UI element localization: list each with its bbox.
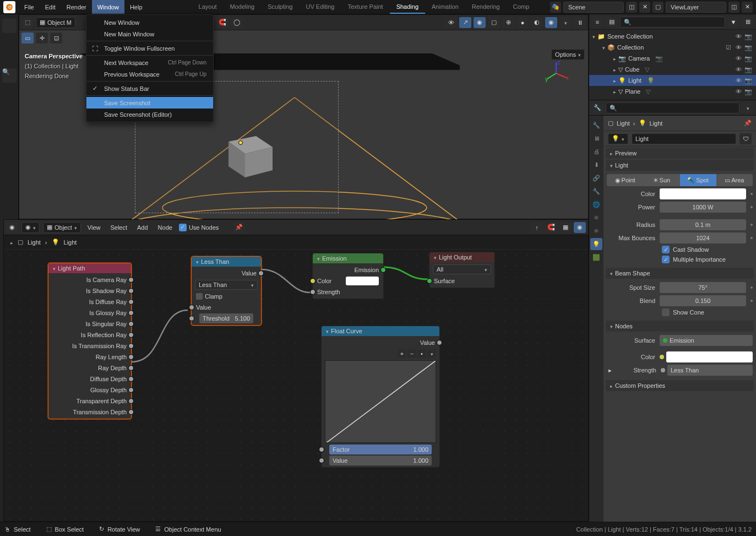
menu-item-toggle-window-fullscreen[interactable]: ⛶Toggle Window Fullscreen xyxy=(86,42,213,54)
workspace-tab-modeling[interactable]: Modeling xyxy=(224,0,262,14)
outliner-type-icon[interactable]: ≡ xyxy=(591,17,603,28)
timeline-editor-icon[interactable] xyxy=(2,19,17,33)
viewlayer-delete-icon[interactable]: ✕ xyxy=(742,2,753,13)
curve-menu-icon[interactable] xyxy=(427,349,436,358)
light-type-sun[interactable]: ☀Sun xyxy=(643,174,679,186)
properties-type-icon[interactable]: 🔧 xyxy=(591,102,603,113)
socket-is-shadow-ray[interactable]: Is Shadow Ray xyxy=(48,285,131,296)
menu-item-save-screenshot[interactable]: Save Screenshot xyxy=(86,97,213,109)
zoom-in-icon[interactable]: + xyxy=(398,349,406,358)
shading-matprev-icon[interactable]: ◐ xyxy=(531,17,543,28)
blend-field[interactable]: 0.150 xyxy=(660,295,746,306)
light-datablock-name[interactable] xyxy=(632,133,736,144)
node-light-output[interactable]: Light Output All Surface xyxy=(429,252,495,288)
menu-item-new-main-window[interactable]: New Main Window xyxy=(86,28,213,40)
outliner-item-plane[interactable]: ▽Plane▽👁📷 xyxy=(589,86,756,97)
node-less-than[interactable]: Less Than Value Less Than Clamp Value Th… xyxy=(191,256,262,326)
light-datablock-browse[interactable]: 💡 xyxy=(608,133,628,144)
workspace-tab-sculpting[interactable]: Sculpting xyxy=(261,0,299,14)
panel-beam-header[interactable]: Beam Shape xyxy=(606,268,754,279)
node-color-field[interactable] xyxy=(666,351,753,362)
tool-select-box-icon[interactable]: ▭ xyxy=(21,33,34,44)
panel-preview-header[interactable]: Preview xyxy=(606,148,754,159)
curve-widget[interactable] xyxy=(325,360,436,443)
menu-item-previous-workspace[interactable]: Previous WorkspaceCtrl Page Up xyxy=(86,68,213,80)
menu-help[interactable]: Help xyxy=(124,0,148,14)
tool-cursor-icon[interactable]: ✛ xyxy=(36,33,48,44)
outliner-filter-icon[interactable]: ▼ xyxy=(727,17,739,28)
visibility-icon[interactable]: 👁 xyxy=(445,17,457,28)
menu-item-new-window[interactable]: New Window xyxy=(86,17,213,28)
outliner-row-scene-collection[interactable]: 📁Scene Collection👁📷 xyxy=(589,31,756,42)
node-parent-icon[interactable]: ↑ xyxy=(531,222,543,233)
pause-render-icon[interactable]: ⏸ xyxy=(574,17,586,28)
emission-color-swatch[interactable] xyxy=(346,277,379,285)
workspace-tab-animation[interactable]: Animation xyxy=(425,0,465,14)
workspace-tab-comp[interactable]: Comp xyxy=(507,0,536,14)
show-cone-checkbox[interactable]: Show Cone xyxy=(607,307,753,317)
node-mode-select[interactable]: ▦Object xyxy=(43,222,81,233)
factor-field[interactable]: Factor1.000 xyxy=(329,445,432,454)
light-bounces-field[interactable]: 1024 xyxy=(660,232,746,243)
node-overlay-icon[interactable]: ▦ xyxy=(559,222,572,233)
outliner-item-cube[interactable]: ▽Cube▽👁📷 xyxy=(589,64,756,75)
panel-light-header[interactable]: Light xyxy=(606,160,754,171)
zoom-out-icon[interactable]: − xyxy=(407,349,416,358)
socket-is-glossy-ray[interactable]: Is Glossy Ray xyxy=(48,307,131,318)
node-backdrop-icon[interactable]: ◉ xyxy=(574,222,586,233)
viewlayer-icon[interactable]: ▢ xyxy=(652,2,663,13)
outliner-item-light[interactable]: 💡Light💡👁📷 xyxy=(589,75,756,86)
shading-solid-icon[interactable]: ● xyxy=(516,17,529,28)
viewport-options-button[interactable]: Options xyxy=(551,49,585,60)
node-editor-type-icon[interactable]: ◉ xyxy=(6,222,18,233)
cast-shadow-checkbox[interactable]: ✓Cast Shadow xyxy=(607,245,753,255)
curve-tools-icon[interactable]: • xyxy=(417,349,426,358)
light-type-spot[interactable]: 🔦Spot xyxy=(680,174,716,186)
multiple-importance-checkbox[interactable]: ✓Multiple Importance xyxy=(607,255,753,264)
menu-edit[interactable]: Edit xyxy=(40,0,61,14)
value-field[interactable]: Value1.000 xyxy=(329,456,432,465)
socket-transmission-depth[interactable]: Transmission Depth xyxy=(48,407,131,418)
light-radius-field[interactable]: 0.1 m xyxy=(660,219,746,230)
prop-tab-8[interactable]: ⚛ xyxy=(590,225,602,237)
socket-transparent-depth[interactable]: Transparent Depth xyxy=(48,396,131,407)
editor-type-icon[interactable]: ⬚ xyxy=(21,17,34,28)
mode-select[interactable]: ▦Object M xyxy=(36,17,75,28)
socket-diffuse-depth[interactable]: Diffuse Depth xyxy=(48,373,131,385)
menu-window[interactable]: Window xyxy=(92,0,124,14)
use-nodes-checkbox[interactable]: ✓Use Nodes xyxy=(179,224,219,231)
prop-tab-4[interactable]: 🔗 xyxy=(590,172,602,184)
node-shader-type-select[interactable]: ◉ xyxy=(21,222,40,233)
node-snap-icon[interactable]: 🧲 xyxy=(545,222,557,233)
node-menu-select[interactable]: Select xyxy=(107,224,130,231)
light-color-field[interactable] xyxy=(660,188,746,199)
menu-item-show-status-bar[interactable]: ✓Show Status Bar xyxy=(86,83,213,94)
shading-options-icon[interactable] xyxy=(559,17,572,28)
panel-custom-header[interactable]: Custom Properties xyxy=(606,380,754,391)
light-power-field[interactable]: 1000 W xyxy=(660,202,746,213)
light-type-area[interactable]: ▭Area xyxy=(716,174,753,186)
outliner-search-input[interactable] xyxy=(620,17,725,28)
node-menu-node[interactable]: Node xyxy=(155,224,176,231)
fake-user-icon[interactable]: 🛡 xyxy=(739,133,752,144)
gizmo-icon[interactable]: ↗ xyxy=(459,17,471,28)
node-menu-view[interactable]: View xyxy=(84,224,104,231)
node-light-path[interactable]: Light Path Is Camera RayIs Shadow RayIs … xyxy=(48,263,132,419)
node-canvas[interactable]: Light Path Is Camera RayIs Shadow RayIs … xyxy=(4,250,588,521)
light-type-point[interactable]: ◉Point xyxy=(607,174,643,186)
proportional-icon[interactable]: ◯ xyxy=(231,17,243,28)
workspace-tab-rendering[interactable]: Rendering xyxy=(465,0,507,14)
socket-is-diffuse-ray[interactable]: Is Diffuse Ray xyxy=(48,296,131,307)
prop-tab-9[interactable]: 💡 xyxy=(590,238,602,250)
properties-search-input[interactable] xyxy=(606,102,739,113)
socket-is-transmission-ray[interactable]: Is Transmission Ray xyxy=(48,340,131,351)
shader-node-editor[interactable]: ◉ ◉ ▦Object View Select Add Node ✓Use No… xyxy=(3,219,589,522)
node-float-curve[interactable]: Float Curve Value + − • Factor1.000 Valu… xyxy=(321,326,440,468)
prop-tab-2[interactable]: 🖨 xyxy=(590,145,602,158)
threshold-field[interactable]: Threshold5.100 xyxy=(199,313,253,323)
menu-render[interactable]: Render xyxy=(61,0,92,14)
prop-tab-6[interactable]: 🌐 xyxy=(590,198,602,210)
socket-is-reflection-ray[interactable]: Is Reflection Ray xyxy=(48,329,131,340)
outliner-display-icon[interactable]: ▤ xyxy=(606,17,618,28)
prop-tab-5[interactable]: 🔧 xyxy=(590,185,602,197)
